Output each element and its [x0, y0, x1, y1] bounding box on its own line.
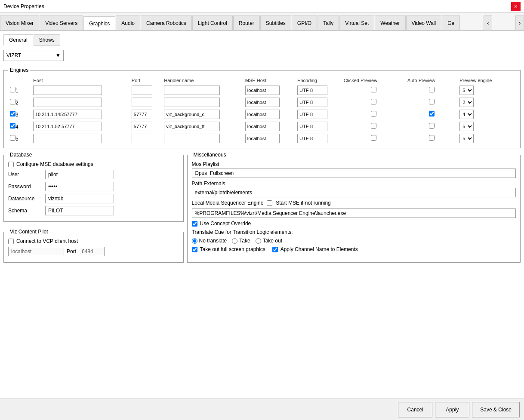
schema-input[interactable] [45, 206, 114, 215]
engine-clicked-preview-5[interactable] [371, 135, 376, 141]
engine-encoding-input-5[interactable] [297, 134, 327, 143]
engine-host-input-4[interactable] [33, 122, 102, 131]
engine-checkbox-3[interactable] [10, 111, 15, 116]
engine-encoding-input-3[interactable] [297, 110, 327, 119]
apply-channel-name-label[interactable]: Apply Channel Name to Elements [280, 246, 358, 252]
tab-light-control[interactable]: Light Control [192, 15, 233, 30]
radio-no-translate[interactable]: No translate [192, 238, 227, 244]
mos-playlist-input[interactable] [192, 169, 516, 178]
engine-handler-input-2[interactable] [164, 98, 220, 107]
launcher-input[interactable] [192, 208, 516, 218]
engine-preview-engine-select-1[interactable]: 12345678 [459, 86, 474, 95]
radio-take-out-label[interactable]: Take out [263, 238, 282, 244]
save-close-button[interactable]: Save & Close [472, 402, 520, 417]
engine-auto-preview-1[interactable] [429, 87, 435, 92]
start-mse-checkbox[interactable] [267, 200, 272, 206]
tab-nav-right[interactable]: › [515, 15, 524, 30]
engine-port-input-2[interactable] [132, 98, 152, 107]
engine-checkbox-5[interactable] [10, 135, 15, 141]
tab-router[interactable]: Router [233, 15, 260, 30]
col-clicked-preview: Clicked Preview [342, 77, 406, 84]
engine-clicked-preview-3[interactable] [371, 111, 376, 116]
engine-auto-preview-5[interactable] [429, 135, 435, 141]
tab-video-wall[interactable]: Video Wall [406, 15, 442, 30]
apply-button[interactable]: Apply [435, 402, 469, 417]
engine-host-input-1[interactable] [33, 86, 102, 95]
radio-take-input[interactable] [232, 238, 237, 244]
password-input[interactable] [45, 182, 114, 191]
sub-tab-shows[interactable]: Shows [34, 34, 60, 46]
use-concept-override-label[interactable]: Use Concept Override [200, 221, 251, 227]
engine-msehost-input-3[interactable] [245, 110, 280, 119]
radio-take-out-input[interactable] [256, 238, 261, 244]
engine-clicked-preview-2[interactable] [371, 99, 376, 104]
radio-take[interactable]: Take [232, 238, 250, 244]
engine-handler-input-5[interactable] [164, 134, 220, 143]
engine-preview-engine-select-3[interactable]: 12345678 [459, 110, 474, 119]
engine-port-input-1[interactable] [132, 86, 152, 95]
tab-virtual-set[interactable]: Virtual Set [339, 15, 374, 30]
use-concept-override-checkbox[interactable] [192, 221, 197, 227]
engine-preview-engine-select-5[interactable]: 12345678 [459, 134, 474, 143]
engine-auto-preview-4[interactable] [429, 123, 435, 129]
sub-tab-general[interactable]: General [3, 34, 33, 46]
path-externals-input[interactable] [192, 188, 516, 197]
engine-host-input-2[interactable] [33, 98, 102, 107]
engine-clicked-preview-1[interactable] [371, 87, 376, 92]
engine-port-input-3[interactable] [132, 110, 152, 119]
configure-mse-checkbox[interactable] [8, 162, 14, 167]
datasource-input[interactable] [45, 194, 114, 203]
take-out-full-screen-checkbox[interactable] [192, 247, 197, 252]
engine-handler-input-3[interactable] [164, 110, 220, 119]
engine-handler-input-4[interactable] [164, 122, 220, 131]
engine-host-input-3[interactable] [33, 110, 102, 119]
engine-encoding-input-1[interactable] [297, 86, 327, 95]
tab-camera-robotics[interactable]: Camera Robotics [141, 15, 192, 30]
engine-encoding-input-4[interactable] [297, 122, 327, 131]
connect-vcp-checkbox[interactable] [8, 239, 14, 244]
engine-auto-preview-3[interactable] [429, 111, 435, 116]
tab-ge[interactable]: Ge [442, 15, 460, 30]
tab-video-servers[interactable]: Video Servers [40, 15, 83, 30]
engine-encoding-input-2[interactable] [297, 98, 327, 107]
engine-checkbox-4[interactable] [10, 123, 15, 129]
cancel-button[interactable]: Cancel [398, 402, 432, 417]
tab-graphics[interactable]: Graphics [83, 16, 115, 31]
vizrt-dropdown[interactable]: VIZRT ▼ [3, 50, 64, 61]
engine-preview-engine-select-4[interactable]: 12345678 [459, 122, 474, 131]
engine-host-input-5[interactable] [33, 134, 102, 143]
engine-port-input-4[interactable] [132, 122, 152, 131]
apply-channel-name-checkbox[interactable] [272, 247, 278, 252]
engine-preview-engine-select-2[interactable]: 12345678 [459, 98, 474, 107]
start-mse-label[interactable]: Start MSE if not running [276, 200, 330, 206]
tab-weather[interactable]: Weather [375, 15, 405, 30]
engine-msehost-input-5[interactable] [245, 134, 280, 143]
radio-take-label[interactable]: Take [239, 238, 250, 244]
close-button[interactable]: × [511, 2, 521, 11]
engine-handler-input-1[interactable] [164, 86, 220, 95]
radio-take-out[interactable]: Take out [256, 238, 282, 244]
misc-legend: Miscellaneous [192, 152, 228, 158]
connect-vcp-label[interactable]: Connect to VCP client host [16, 238, 78, 244]
engine-msehost-input-1[interactable] [245, 86, 280, 95]
engine-msehost-input-4[interactable] [245, 122, 280, 131]
radio-no-translate-label[interactable]: No translate [199, 238, 227, 244]
vcp-port-input[interactable] [79, 247, 105, 256]
tab-tally[interactable]: Tally [317, 15, 339, 30]
tab-audio[interactable]: Audio [116, 15, 140, 30]
vcp-host-input[interactable] [8, 247, 64, 256]
tab-nav-left[interactable]: ‹ [484, 15, 492, 30]
tab-subtitles[interactable]: Subtitles [260, 15, 291, 30]
engine-auto-preview-2[interactable] [429, 99, 435, 104]
engine-clicked-preview-4[interactable] [371, 123, 376, 129]
configure-mse-label[interactable]: Configure MSE database settings [16, 161, 93, 167]
engine-msehost-input-2[interactable] [245, 98, 280, 107]
engine-port-input-5[interactable] [132, 134, 152, 143]
tab-gpi-o[interactable]: GPI/O [292, 15, 317, 30]
engine-checkbox-2[interactable] [10, 99, 15, 104]
engine-checkbox-1[interactable] [10, 87, 15, 92]
user-input[interactable] [45, 170, 114, 179]
tab-vision-mixer[interactable]: Vision Mixer [0, 15, 39, 30]
radio-no-translate-input[interactable] [192, 238, 197, 244]
take-out-full-screen-label[interactable]: Take out full screen graphics [200, 246, 265, 252]
